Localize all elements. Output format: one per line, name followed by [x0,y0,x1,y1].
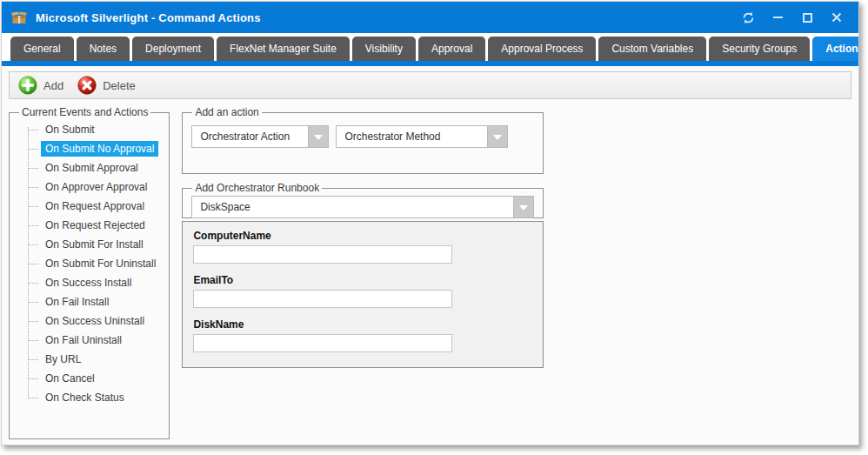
tree-item-on-submit-for-uninstall[interactable]: On Submit For Uninstall [18,254,160,273]
add-button-label: Add [43,79,63,92]
tree-item-on-request-approval[interactable]: On Request Approval [18,197,160,216]
refresh-icon [742,11,755,24]
action-type-dropdown-value: Orchestrator Action [191,125,308,148]
emailto-field[interactable] [193,290,452,308]
action-config-column: Add an action Orchestrator Action Orches… [182,106,544,439]
computername-field[interactable] [193,245,452,264]
emailto-label: EmailTo [193,274,532,286]
events-tree: On Submit On Submit No Approval On Submi… [18,120,160,407]
tab-visibility[interactable]: Visibility [352,37,416,61]
window-controls [730,7,848,28]
tab-flexnet-manager-suite[interactable]: FlexNet Manager Suite [217,37,350,61]
delete-button[interactable]: Delete [77,76,136,95]
package-box-icon [10,9,28,26]
tab-general[interactable]: General [10,37,74,61]
close-button[interactable] [825,7,848,28]
tree-item-on-approver-approval[interactable]: On Approver Approval [18,177,160,197]
tree-item-on-check-status[interactable]: On Check Status [18,388,160,407]
add-action-group-title: Add an action [192,106,261,118]
tab-approval-process[interactable]: Approval Process [488,37,596,61]
tab-security-groups[interactable]: Security Groups [709,37,810,61]
delete-x-icon [77,76,97,95]
events-group-title: Current Events and Actions [19,106,150,118]
close-icon [831,12,842,23]
tree-item-on-fail-install[interactable]: On Fail Install [18,292,160,311]
tab-approval[interactable]: Approval [418,37,485,61]
events-group-box: Current Events and Actions On Submit On … [9,106,170,439]
tree-item-on-cancel[interactable]: On Cancel [18,369,160,388]
computername-label: ComputerName [193,230,532,242]
tab-bar: General Notes Deployment FlexNet Manager… [2,33,858,61]
runbook-group-box: Add Orchestrator Runbook DiskSpace [182,182,544,218]
tab-actions[interactable]: Actions [812,37,859,61]
tree-item-by-url[interactable]: By URL [18,350,160,369]
tree-item-on-success-install[interactable]: On Success Install [18,273,160,292]
minimize-icon [773,17,783,18]
tree-item-on-request-rejected[interactable]: On Request Rejected [18,216,160,235]
tree-item-on-submit-for-install[interactable]: On Submit For Install [18,235,160,254]
refresh-button[interactable] [737,7,759,28]
tree-item-on-submit-no-approval[interactable]: On Submit No Approval [18,139,160,158]
maximize-button[interactable] [796,7,818,28]
delete-button-label: Delete [103,79,136,92]
diskname-field[interactable] [193,334,452,352]
chevron-down-icon[interactable] [513,196,534,218]
add-action-group-box: Add an action Orchestrator Action Orches… [182,106,544,174]
action-type-dropdown[interactable]: Orchestrator Action [191,125,329,148]
tree-item-on-success-uninstall[interactable]: On Success Uninstall [18,311,160,331]
chevron-down-icon[interactable] [487,125,508,148]
runbook-dropdown[interactable]: DiskSpace [191,196,534,218]
runbook-dropdown-value: DiskSpace [191,196,513,218]
tree-item-on-fail-uninstall[interactable]: On Fail Uninstall [18,331,160,350]
add-button[interactable]: Add [18,76,63,95]
runbook-parameters-panel: ComputerName EmailTo DiskName [182,221,544,368]
action-method-dropdown[interactable]: Orchestrator Method [336,125,508,148]
maximize-icon [803,13,812,23]
window-title: Microsoft Silverlight - Command Actions [36,11,261,24]
tab-custom-variables[interactable]: Custom Variables [598,37,706,61]
diskname-label: DiskName [193,318,532,331]
runbook-group-title: Add Orchestrator Runbook [192,182,322,194]
tree-item-on-submit[interactable]: On Submit [18,120,160,139]
chevron-down-icon[interactable] [308,125,329,148]
main-panels: Current Events and Actions On Submit On … [9,106,851,439]
add-plus-icon [18,76,37,95]
tree-item-on-submit-approval[interactable]: On Submit Approval [18,158,160,177]
title-bar: Microsoft Silverlight - Command Actions [2,2,858,33]
tab-notes[interactable]: Notes [77,37,130,61]
minimize-button[interactable] [766,7,789,28]
actions-toolbar: Add Delete [9,71,851,99]
application-window: Microsoft Silverlight - Command Actions [1,1,859,445]
action-method-dropdown-value: Orchestrator Method [336,125,487,148]
tab-deployment[interactable]: Deployment [132,37,214,61]
content-area: Add Delete [2,66,858,439]
